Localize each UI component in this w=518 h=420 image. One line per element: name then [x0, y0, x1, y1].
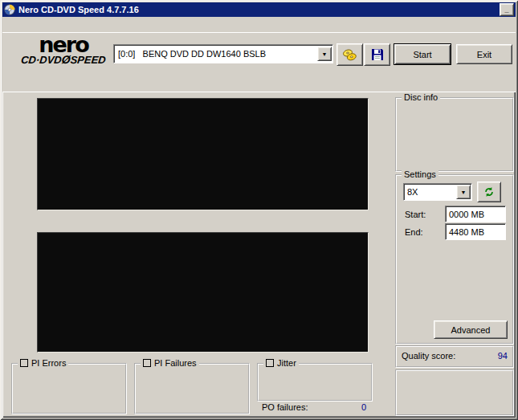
nero-logo-text: nero	[10, 36, 116, 53]
save-button[interactable]	[364, 43, 390, 66]
drive-select-arrow[interactable]: ▼	[317, 47, 332, 61]
window-title: Nero CD-DVD Speed 4.7.7.16	[18, 5, 498, 14]
pi-errors-swatch	[20, 359, 28, 367]
end-field[interactable]: 4480 MB	[445, 223, 506, 240]
save-icon	[371, 48, 384, 61]
app-icon	[4, 4, 15, 15]
title-bar: Nero CD-DVD Speed 4.7.7.16 _	[2, 2, 516, 17]
pi-failures-stats-box: PI Failures	[134, 363, 250, 414]
menu-bar	[2, 17, 516, 32]
speed-select-value: 8X	[404, 187, 456, 197]
quality-score-box: Quality score:94	[395, 345, 514, 368]
po-failures-row: PO failures:0	[262, 402, 366, 414]
speed-select[interactable]: 8X ▼	[403, 183, 472, 201]
settings-title: Settings	[402, 169, 438, 179]
disc-stack-button[interactable]	[336, 43, 363, 66]
disc-stack-icon	[342, 48, 357, 62]
drive-select-value: [0:0] BENQ DVD DD DW1640 BSLB	[114, 49, 317, 59]
end-field-label: End:	[405, 227, 423, 237]
toolbar: nero CD·DVDØSPEED [0:0] BENQ DVD DD DW16…	[2, 32, 516, 76]
start-field-label: Start:	[405, 210, 426, 219]
pi-errors-chart	[37, 98, 369, 210]
pi-errors-legend: PI Errors	[18, 358, 68, 368]
refresh-button[interactable]	[477, 181, 501, 202]
pi-failures-swatch	[143, 359, 151, 367]
pi-errors-stats-box: PI Errors	[11, 363, 127, 414]
pi-failures-chart	[37, 232, 369, 353]
start-button[interactable]: Start	[394, 43, 451, 65]
disc-info-box: Disc info	[395, 97, 514, 172]
start-field[interactable]: 0000 MB	[445, 206, 506, 222]
app-window: Nero CD-DVD Speed 4.7.7.16 _ nero CD·DVD…	[0, 0, 518, 420]
jitter-stats-box: Jitter	[257, 363, 373, 402]
speed-select-arrow[interactable]: ▼	[456, 185, 471, 199]
minimize-button[interactable]: _	[500, 3, 514, 16]
refresh-icon	[483, 186, 495, 198]
jitter-swatch	[266, 359, 274, 367]
tab-strip	[6, 75, 512, 92]
progress-box	[395, 369, 514, 416]
disc-info-title: Disc info	[402, 92, 440, 102]
pi-failures-legend: PI Failures	[141, 358, 199, 368]
jitter-legend: Jitter	[263, 358, 299, 368]
nero-logo: nero CD·DVDØSPEED	[10, 36, 116, 66]
drive-select[interactable]: [0:0] BENQ DVD DD DW1640 BSLB ▼	[113, 44, 333, 63]
cdvd-speed-logo-text: CD·DVDØSPEED	[10, 53, 117, 66]
advanced-button[interactable]: Advanced	[434, 320, 508, 339]
exit-button[interactable]: Exit	[456, 44, 512, 64]
settings-box: Settings 8X ▼ Start: 0000 MB End: 4480 M…	[395, 174, 514, 345]
